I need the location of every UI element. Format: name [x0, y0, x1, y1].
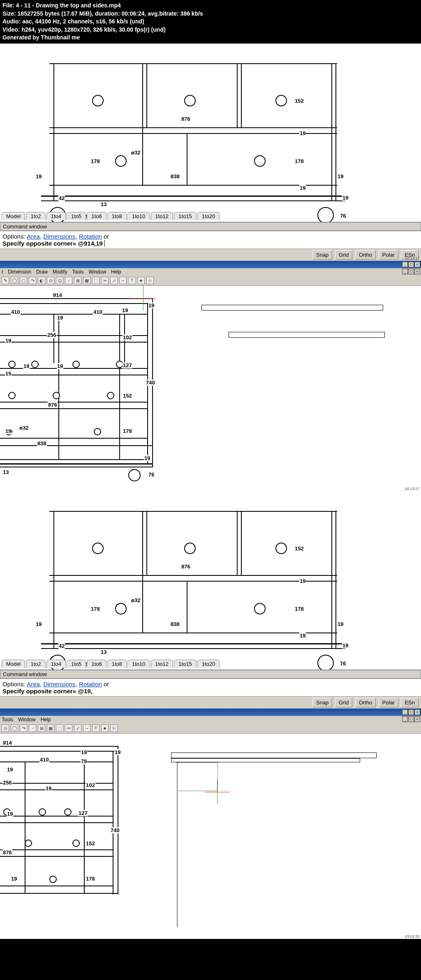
tool-icon[interactable]: ◯	[11, 725, 18, 732]
tool-icon[interactable]: ▢	[20, 277, 27, 284]
tool-icon[interactable]: ☉	[110, 725, 118, 732]
tab-1to8[interactable]: 1to8	[107, 212, 127, 220]
minimize-icon[interactable]: _	[402, 709, 408, 715]
menu-draw[interactable]: Draw	[36, 269, 48, 275]
snap-toggle[interactable]: Snap	[312, 250, 332, 260]
menu-item[interactable]: t	[2, 269, 3, 275]
tool-icon[interactable]: ☉	[146, 277, 154, 284]
tool-icon[interactable]: ↔	[119, 277, 127, 284]
tab-1to5[interactable]: 1to5	[67, 660, 86, 668]
tab-1to8[interactable]: 1to8	[107, 660, 127, 668]
tool-icon[interactable]: ▦	[47, 725, 54, 732]
tool-icon[interactable]: ⊙	[2, 725, 9, 732]
drawing-canvas-4[interactable]: 914 410 78 19 19 19 256 19 102 19 127 15…	[0, 734, 421, 939]
option-rotation[interactable]: Rotation	[79, 681, 102, 688]
menu-window[interactable]: Window	[18, 717, 36, 722]
menu-tools[interactable]: Tools	[2, 717, 13, 722]
menu-tools[interactable]: Tools	[72, 269, 83, 275]
tool-icon[interactable]: ★	[137, 277, 145, 284]
close-icon[interactable]: ×	[414, 262, 420, 267]
tool-icon[interactable]: ◯	[11, 277, 18, 284]
dim-label: 19	[299, 633, 306, 639]
grid-toggle[interactable]: Grid	[335, 250, 353, 260]
tab-1to10[interactable]: 1to10	[127, 660, 150, 668]
tool-icon[interactable]: ★	[101, 725, 109, 732]
tool-icon[interactable]: ⤢	[110, 277, 118, 284]
option-area[interactable]: Area	[27, 233, 40, 240]
option-rotation[interactable]: Rotation	[79, 233, 102, 240]
tool-icon[interactable]: ⊞	[74, 277, 81, 284]
tool-icon[interactable]: ⬚	[56, 725, 63, 732]
doc-restore-icon[interactable]: □	[408, 716, 414, 722]
drawing-canvas-2[interactable]: 914 19 19 410 410 19 256 19 102 19 15 19…	[0, 286, 421, 491]
esnap-toggle[interactable]: ESn	[401, 698, 419, 707]
tab-1to4[interactable]: 1to4	[46, 212, 66, 220]
tab-1to20[interactable]: 1to20	[197, 212, 220, 220]
maximize-icon[interactable]: □	[408, 262, 414, 267]
option-dimensions[interactable]: Dimensions	[43, 681, 75, 688]
doc-close-icon[interactable]: ×	[414, 269, 420, 274]
dim-label: 838	[170, 621, 180, 627]
tool-icon[interactable]: ⬚	[92, 277, 99, 284]
dim-label: 19	[148, 302, 155, 308]
menu-help[interactable]: Help	[111, 269, 121, 275]
tab-1to12[interactable]: 1to12	[151, 212, 173, 220]
close-icon[interactable]: ×	[414, 709, 420, 715]
drawing-canvas-1[interactable]: 152 876 178 178 ø32 838 19 19 19 19 19 4…	[0, 44, 421, 222]
dim-label: 127	[123, 362, 132, 368]
polar-toggle[interactable]: Polar	[379, 698, 398, 707]
minimize-icon[interactable]: _	[402, 262, 408, 267]
tab-1to15[interactable]: 1to15	[174, 212, 197, 220]
tab-model[interactable]: Model	[2, 212, 25, 220]
command-input[interactable]: Specify opposite corner» @914,19	[2, 240, 419, 247]
grid-toggle[interactable]: Grid	[335, 698, 353, 707]
option-area[interactable]: Area	[27, 681, 40, 688]
tool-icon[interactable]: ◐	[38, 277, 45, 284]
menubar: t Dimension Draw Modify Tools Window Hel…	[0, 268, 421, 276]
tool-icon[interactable]: ↔	[83, 725, 90, 732]
tool-icon[interactable]: ⤢	[74, 725, 81, 732]
ortho-toggle[interactable]: Ortho	[355, 250, 376, 260]
doc-minimize-icon[interactable]: _	[402, 716, 408, 722]
tab-1to2[interactable]: 1to2	[26, 660, 45, 668]
tool-icon[interactable]: ▦	[83, 277, 90, 284]
option-dimensions[interactable]: Dimensions	[43, 233, 75, 240]
menu-window[interactable]: Window	[88, 269, 106, 275]
tab-1to15[interactable]: 1to15	[174, 660, 197, 668]
tab-1to4[interactable]: 1to4	[46, 660, 66, 668]
doc-close-icon[interactable]: ×	[414, 716, 420, 722]
tool-icon[interactable]: ✂	[65, 725, 72, 732]
snap-toggle[interactable]: Snap	[312, 698, 332, 707]
tab-1to12[interactable]: 1to12	[151, 660, 173, 668]
menu-help[interactable]: Help	[41, 717, 51, 722]
menu-modify[interactable]: Modify	[53, 269, 67, 275]
tool-icon[interactable]: ↷	[29, 277, 36, 284]
tool-icon[interactable]: ✂	[101, 277, 109, 284]
command-input[interactable]: Specify opposite corner» @19,	[2, 688, 419, 695]
tool-icon[interactable]: ✎	[2, 277, 9, 284]
tab-1to6[interactable]: 1to6	[87, 660, 106, 668]
tool-icon[interactable]: ↷	[20, 725, 27, 732]
tab-1to10[interactable]: 1to10	[127, 212, 150, 220]
dim-label: 19	[35, 173, 42, 179]
tool-icon[interactable]: ⟋	[65, 277, 72, 284]
tool-icon[interactable]: ⟋	[29, 725, 36, 732]
tab-1to2[interactable]: 1to2	[26, 212, 45, 220]
dim-label: 178	[294, 158, 304, 164]
tool-icon[interactable]: T	[128, 277, 136, 284]
menu-dimension[interactable]: Dimension	[8, 269, 31, 275]
maximize-icon[interactable]: □	[408, 709, 414, 715]
tool-icon[interactable]: T	[92, 725, 99, 732]
tab-1to5[interactable]: 1to5	[67, 212, 86, 220]
tool-icon[interactable]: ⊞	[38, 725, 45, 732]
drawing-canvas-3[interactable]: 152 876 178 178 ø32 838 19 19 19 19 19 4…	[0, 491, 421, 669]
doc-minimize-icon[interactable]: _	[402, 269, 408, 274]
tool-icon[interactable]: ⊙	[47, 277, 54, 284]
tab-1to20[interactable]: 1to20	[197, 660, 220, 668]
doc-restore-icon[interactable]: □	[408, 269, 414, 274]
ortho-toggle[interactable]: Ortho	[355, 698, 376, 707]
tab-1to6[interactable]: 1to6	[87, 212, 106, 220]
tab-model[interactable]: Model	[2, 660, 25, 668]
tool-icon[interactable]: ⊡	[56, 277, 63, 284]
polar-toggle[interactable]: Polar	[379, 250, 398, 260]
